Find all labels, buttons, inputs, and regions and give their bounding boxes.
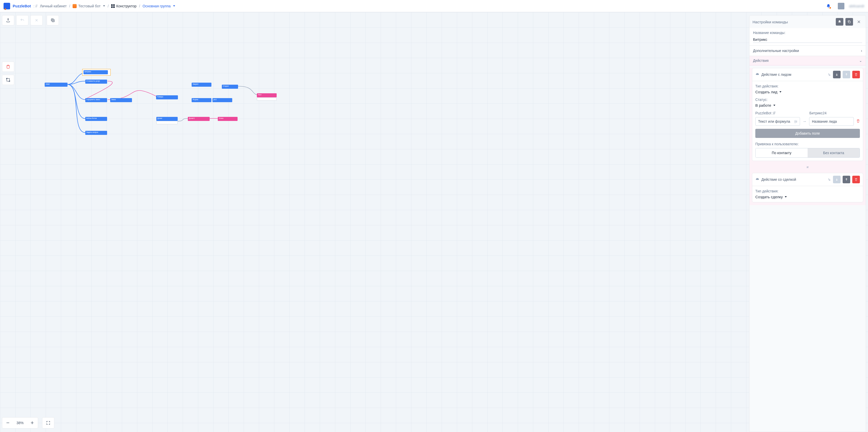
node-cost[interactable]: Стоимость услуг (85, 79, 107, 84)
panel-notify-button[interactable] (836, 18, 843, 26)
panel-header: Настройки команды (749, 15, 866, 28)
canvas[interactable]: /start Битрикс Стоимость услуг Оформить … (0, 12, 868, 432)
arrow-right-icon: → (803, 119, 807, 124)
lead-card-header: Действие с лидом ↳ (752, 68, 863, 81)
bind-by-contact[interactable]: По контакту (755, 148, 808, 158)
additional-settings-row[interactable]: Дополнительные настройки › (749, 46, 866, 56)
header: PuzzleBot : // Личный кабинет / Тестовый… (0, 0, 868, 12)
lead-type-value: Создать лид (755, 90, 777, 94)
edges (0, 12, 868, 432)
lead-card-body: Тип действия: Создать лид Статус: В рабо… (752, 81, 863, 161)
node-otkrep[interactable]: Открел (222, 85, 238, 89)
node-donat[interactable]: Донат (156, 117, 178, 121)
lead-status-select[interactable]: В работе (755, 103, 860, 107)
node-ask[interactable]: Задать вопрос (85, 131, 107, 135)
crumb-group[interactable]: Основная группа (143, 4, 175, 8)
username[interactable]: aleksandr (849, 4, 864, 8)
caret-down-icon (785, 196, 787, 198)
avatar[interactable] (838, 3, 844, 9)
chevron-right-icon: › (861, 49, 862, 53)
node-goods[interactable]: Товары (156, 95, 178, 99)
node-cases[interactable]: Кейсы ботов (85, 117, 107, 121)
delete-action-button[interactable] (852, 176, 860, 183)
node-pic1[interactable]: pic1 (212, 98, 232, 102)
lead-type-select[interactable]: Создать лид (755, 90, 860, 94)
source-field-input[interactable]: Текст или формула {α (755, 117, 800, 126)
arrow-out-icon: ↳ (828, 177, 831, 181)
col2-label: Битрикс24 (809, 111, 853, 115)
additional-label: Дополнительные настройки (753, 49, 799, 53)
add-field-button[interactable]: Добавить поле (755, 129, 860, 138)
bind-label: Привязка к пользователю: (755, 142, 860, 146)
deal-type-value: Создать сделку (755, 195, 783, 199)
bot-icon (72, 4, 76, 8)
crumb-bot-label: Тестовый бот (78, 4, 100, 8)
node-bitrix-selected[interactable]: Битрикс (82, 69, 111, 75)
arrow-out-icon: ↳ (828, 72, 831, 76)
node-zakrep[interactable]: Закреп (192, 82, 211, 87)
node-order-btn[interactable]: Заказ (110, 98, 132, 102)
deal-type-select[interactable]: Создать сделку (755, 195, 860, 199)
move-down-button[interactable] (833, 71, 841, 78)
crumb-group-label: Основная группа (143, 4, 171, 8)
panel-close-button[interactable] (855, 18, 863, 26)
cloud-icon (755, 177, 760, 182)
caret-down-icon (779, 91, 781, 93)
bind-segmented: По контакту Без контакта (755, 148, 860, 158)
deal-type-label: Тип действия: (755, 189, 860, 193)
node-start[interactable]: /start (45, 82, 67, 87)
name-input[interactable] (753, 36, 862, 43)
source-placeholder: Текст или формула (758, 120, 790, 124)
bind-no-contact[interactable]: Без контакта (808, 148, 860, 158)
cloud-icon (755, 72, 760, 77)
caret-down-icon (173, 5, 175, 7)
node-test-child[interactable] (257, 97, 277, 101)
crumb-dashboard[interactable]: Личный кабинет (40, 4, 66, 8)
node-uspeh[interactable]: Успех (218, 117, 238, 121)
sep: / (69, 4, 70, 8)
panel-body: Название команды: Дополнительные настрой… (749, 28, 866, 432)
deal-title: Действие со сделкой (762, 177, 826, 181)
target-value: Название лида (812, 120, 837, 124)
actions-header[interactable]: Действия ⌄ (749, 56, 866, 65)
deal-card-body: Тип действия: Создать сделку (752, 186, 863, 202)
chevron-down-icon: ⌄ (859, 59, 862, 63)
brand-sep: : // (33, 4, 37, 8)
move-up-button[interactable] (843, 176, 850, 183)
lead-type-label: Тип действия: (755, 84, 860, 88)
node-test[interactable]: Тест (257, 93, 277, 97)
logo (4, 3, 10, 9)
notifications-icon[interactable] (826, 4, 831, 8)
sep: / (107, 4, 108, 8)
caret-down-icon (103, 5, 105, 7)
svg-rect-2 (849, 21, 850, 23)
lead-status-label: Статус: (755, 98, 860, 102)
settings-panel: Настройки команды Название команды: Допо… (749, 15, 866, 432)
crumb-constructor[interactable]: Конструктор (111, 4, 136, 8)
delete-action-button[interactable] (852, 71, 860, 78)
delete-row-button[interactable] (856, 119, 860, 124)
node-donat1[interactable]: Донат1 (188, 117, 210, 121)
node-forma[interactable]: Форма (192, 98, 211, 102)
crumb-bot[interactable]: Тестовый бот (72, 4, 105, 8)
node-donat-child[interactable] (156, 121, 178, 124)
move-up-button (843, 71, 850, 78)
brand-name[interactable]: PuzzleBot (13, 4, 31, 8)
node-bitrix[interactable]: Битрикс (84, 70, 108, 74)
caret-down-icon (773, 105, 775, 106)
node-order[interactable]: Оформить заказ (85, 98, 107, 102)
name-label: Название команды: (753, 31, 862, 35)
panel-copy-button[interactable] (845, 18, 853, 26)
panel-title: Настройки команды (752, 20, 834, 24)
sep: / (139, 4, 140, 8)
target-field-select[interactable]: Название лида (809, 117, 854, 126)
actions-title: Действия (753, 59, 769, 63)
move-down-button (833, 176, 841, 183)
name-section: Название команды: (749, 28, 866, 46)
lead-action-card: Действие с лидом ↳ Тип действия (752, 68, 863, 161)
deal-action-card: Действие со сделкой ↳ Тип дейст (752, 173, 863, 202)
formula-tag: {α (795, 120, 797, 123)
workspace[interactable]: − 38% + /start Битрикс Стоимость услуг О… (0, 12, 868, 432)
col1-label: PuzzleBot :// (755, 111, 799, 115)
crumb-constructor-label: Конструктор (116, 4, 136, 8)
